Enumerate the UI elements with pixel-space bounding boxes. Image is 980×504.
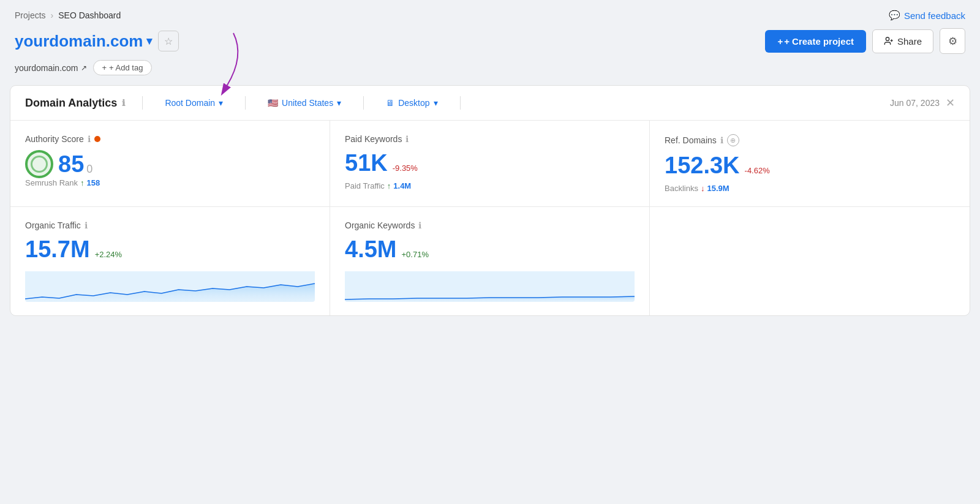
ref-domains-change: -4.62% [745, 166, 770, 175]
settings-button[interactable]: ⚙ [940, 28, 965, 54]
card-title-text: Domain Analytics [25, 97, 117, 110]
authority-score-cell: Authority Score ℹ 85 0 Semrush Rank ↑ 15… [10, 121, 330, 206]
organic-traffic-label-text: Organic Traffic [25, 220, 81, 230]
send-feedback-button[interactable]: 💬 Send feedback [889, 10, 965, 21]
backlinks-metric: Backlinks ↓ 15.9M [665, 184, 955, 193]
paid-traffic-metric: Paid Traffic ↑ 1.4M [345, 181, 635, 190]
organic-traffic-label: Organic Traffic ℹ [25, 220, 315, 230]
domain-row: yourdomain.com ▾ ☆ + + Create project Sh… [0, 26, 980, 59]
country-label: United States [282, 98, 333, 108]
subdomain-link[interactable]: yourdomain.com ↗ [15, 63, 87, 73]
breadcrumb-separator: › [51, 10, 54, 20]
header-divider-1 [142, 96, 143, 110]
date-text: Jun 07, 2023 [890, 98, 940, 108]
share-button[interactable]: Share [872, 29, 933, 53]
organic-keywords-label-text: Organic Keywords [345, 220, 415, 230]
breadcrumb-parent[interactable]: Projects [15, 10, 46, 20]
top-actions: 💬 Send feedback [889, 10, 965, 21]
ref-domains-value: 152.3K [665, 152, 740, 179]
metrics-row-2: Organic Traffic ℹ 15.7M +2.24% [10, 207, 970, 315]
root-domain-chevron-icon: ▾ [219, 98, 223, 108]
subdomain-text: yourdomain.com [15, 63, 78, 73]
organic-keywords-sparkline-svg [345, 271, 635, 302]
star-icon: ☆ [164, 36, 173, 47]
authority-circle-inner [31, 156, 48, 173]
authority-score-info-icon[interactable]: ℹ [88, 134, 91, 144]
domain-name[interactable]: yourdomain.com ▾ [15, 32, 152, 51]
backlinks-label: Backlinks [665, 184, 698, 193]
country-filter[interactable]: 🇺🇸 United States ▾ [263, 96, 346, 110]
paid-keywords-value: 51K [345, 150, 388, 176]
paid-traffic-up-icon: ↑ [387, 181, 391, 190]
authority-value-row: 85 0 [25, 150, 315, 178]
create-project-label: + Create project [784, 36, 854, 47]
card-header: Domain Analytics ℹ Root Domain ▾ 🇺🇸 Unit… [10, 86, 970, 121]
paid-keywords-cell: Paid Keywords ℹ 51K -9.35% Paid Traffic … [330, 121, 650, 206]
organic-keywords-label: Organic Keywords ℹ [345, 220, 635, 230]
card-title: Domain Analytics ℹ [25, 97, 125, 110]
chat-icon: 💬 [889, 10, 900, 21]
authority-score-value: 85 [58, 151, 84, 178]
paid-traffic-label: Paid Traffic [345, 181, 385, 190]
paid-keywords-label: Paid Keywords ℹ [345, 134, 635, 144]
authority-circle [25, 150, 53, 178]
create-project-button[interactable]: + + Create project [765, 30, 866, 53]
metrics-row-1: Authority Score ℹ 85 0 Semrush Rank ↑ 15… [10, 121, 970, 207]
date-display: Jun 07, 2023 ✕ [890, 96, 955, 110]
semrush-rank-up-icon: ↑ [80, 178, 85, 187]
organic-traffic-cell: Organic Traffic ℹ 15.7M +2.24% [10, 207, 330, 315]
organic-traffic-value: 15.7M [25, 236, 90, 263]
organic-keywords-info-icon[interactable]: ℹ [418, 220, 421, 230]
main-card: Domain Analytics ℹ Root Domain ▾ 🇺🇸 Unit… [10, 85, 970, 316]
device-label: Desktop [398, 98, 429, 108]
empty-cell [650, 207, 970, 315]
authority-score-label-text: Authority Score [25, 134, 84, 144]
action-buttons: + + Create project Share ⚙ [765, 28, 965, 54]
authority-score-dot [94, 136, 100, 142]
organic-keywords-change: +0.71% [401, 250, 428, 259]
organic-keywords-value-row: 4.5M +0.71% [345, 236, 635, 263]
add-tag-label: + Add tag [109, 63, 143, 72]
domain-title: yourdomain.com ▾ ☆ [15, 31, 179, 51]
send-feedback-label: Send feedback [904, 10, 965, 21]
ref-domains-info-icon[interactable]: ℹ [720, 135, 723, 145]
organic-keywords-cell: Organic Keywords ℹ 4.5M +0.71% [330, 207, 650, 315]
organic-keywords-sparkline [345, 271, 635, 302]
device-filter[interactable]: 🖥 Desktop ▾ [381, 96, 442, 110]
organic-traffic-sparkline [25, 271, 315, 302]
domain-chevron-icon: ▾ [146, 34, 152, 48]
device-chevron-icon: ▾ [434, 98, 438, 108]
organic-traffic-sparkline-svg [25, 271, 315, 302]
paid-keywords-change: -9.35% [393, 164, 418, 173]
ref-domains-cell: Ref. Domains ℹ ⊕ 152.3K -4.62% Backlinks… [650, 121, 970, 206]
header-divider-4 [460, 96, 461, 110]
organic-traffic-info-icon[interactable]: ℹ [85, 220, 88, 230]
semrush-rank-metric: Semrush Rank ↑ 158 [25, 178, 315, 187]
organic-traffic-value-row: 15.7M +2.24% [25, 236, 315, 263]
paid-keywords-value-row: 51K -9.35% [345, 150, 635, 176]
desktop-icon: 🖥 [386, 98, 394, 108]
share-icon [884, 36, 894, 46]
authority-score-sub-zero: 0 [86, 163, 92, 176]
ref-domains-label-text: Ref. Domains [665, 135, 717, 145]
share-label: Share [897, 36, 922, 47]
root-domain-label: Root Domain [165, 98, 215, 108]
paid-keywords-label-text: Paid Keywords [345, 134, 402, 144]
date-close-button[interactable]: ✕ [946, 96, 955, 110]
domain-name-text: yourdomain.com [15, 32, 143, 51]
ref-domains-label: Ref. Domains ℹ ⊕ [665, 134, 955, 146]
root-domain-filter[interactable]: Root Domain ▾ [160, 96, 228, 110]
header-divider-3 [363, 96, 364, 110]
star-button[interactable]: ☆ [158, 31, 179, 51]
add-tag-button[interactable]: + + Add tag [93, 60, 153, 75]
domain-analytics-info-icon[interactable]: ℹ [122, 98, 125, 108]
paid-keywords-info-icon[interactable]: ℹ [405, 134, 409, 144]
semrush-rank-label: Semrush Rank [25, 178, 78, 187]
backlinks-down-icon: ↓ [701, 184, 705, 193]
ref-domains-globe-icon[interactable]: ⊕ [727, 134, 739, 146]
plus-icon: + [777, 36, 783, 47]
svg-point-0 [886, 37, 889, 40]
gear-icon: ⚙ [948, 35, 957, 48]
authority-score-label: Authority Score ℹ [25, 134, 315, 144]
top-bar: Projects › SEO Dashboard 💬 Send feedback [0, 0, 980, 26]
